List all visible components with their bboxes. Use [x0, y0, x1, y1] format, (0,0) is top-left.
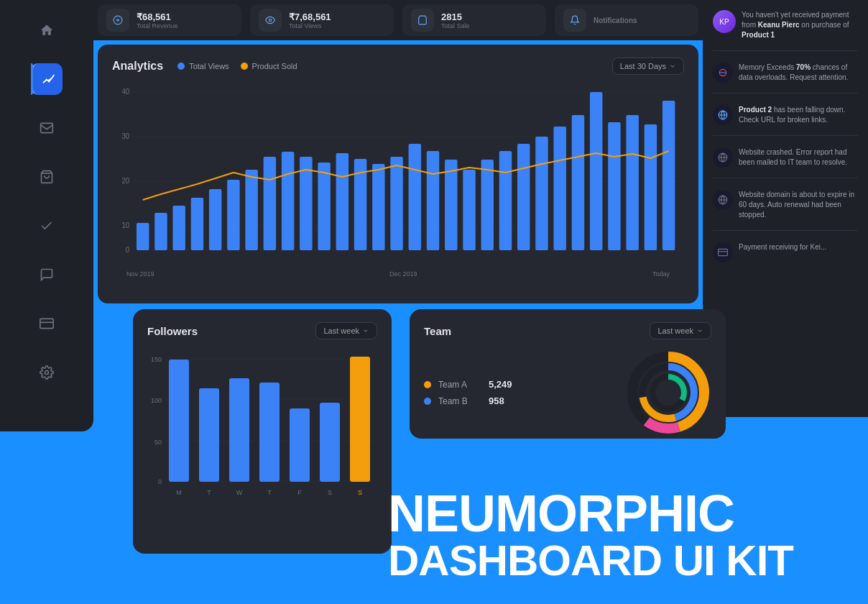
svg-text:30: 30: [121, 132, 129, 140]
svg-rect-33: [390, 157, 402, 250]
neumorphic-text-block: NEUMORPHIC DASHBOARD UI KIT: [388, 488, 868, 582]
svg-text:S: S: [328, 489, 332, 496]
svg-rect-30: [336, 153, 348, 250]
svg-rect-67: [229, 378, 249, 482]
stat-revenue-label: Total Revenue: [137, 22, 178, 29]
svg-rect-46: [626, 115, 638, 250]
notif-avatar-keanu: KP: [713, 10, 736, 33]
svg-text:100: 100: [151, 397, 162, 404]
sidebar-item-card[interactable]: [31, 308, 63, 339]
svg-rect-68: [259, 383, 280, 482]
team-a-dot: [424, 381, 431, 388]
stat-bell: Notifications: [555, 4, 698, 36]
svg-rect-40: [517, 144, 530, 250]
svg-rect-39: [499, 151, 512, 250]
svg-rect-37: [463, 170, 475, 250]
svg-rect-47: [645, 124, 657, 250]
legend-views: Total Views: [177, 62, 228, 70]
sidebar-item-chat[interactable]: [31, 259, 63, 290]
notif-website-crash-icon: [713, 147, 733, 168]
svg-rect-71: [350, 357, 370, 482]
neumorphic-line2: DASHBOARD UI KIT: [388, 539, 868, 582]
team-date-dropdown[interactable]: Last week: [650, 322, 711, 339]
stat-revenue-icon: [106, 9, 129, 32]
team-list: Team A 5,249 Team B 958: [424, 379, 512, 406]
chart-x-labels: Nov 2019 Dec 2019 Today: [112, 267, 684, 278]
notif-memory-text: Memory Exceeds 70% chances of data overl…: [739, 63, 858, 83]
team-b-value: 958: [489, 395, 504, 406]
svg-rect-27: [282, 152, 294, 250]
sidebar-item-settings[interactable]: [31, 357, 63, 388]
svg-rect-23: [209, 189, 221, 250]
followers-title: Followers: [147, 325, 198, 337]
analytics-legend: Total Views Product Sold: [177, 62, 297, 70]
stat-revenue: ₹68,561 Total Revenue: [98, 4, 241, 36]
svg-text:F: F: [297, 489, 302, 496]
svg-rect-42: [553, 127, 565, 250]
svg-text:S: S: [358, 489, 362, 496]
svg-rect-35: [427, 151, 439, 250]
stat-views-label: Total Views: [289, 22, 331, 29]
notif-domain-icon: [713, 190, 733, 210]
team-a-value: 5,249: [489, 379, 512, 390]
sidebar-item-home[interactable]: [31, 14, 63, 46]
stat-views-value: ₹7,68,561: [289, 12, 331, 22]
analytics-header: Analytics Total Views Product Sold Last …: [112, 58, 684, 75]
followers-date-dropdown[interactable]: Last week: [315, 322, 377, 339]
svg-text:0: 0: [126, 246, 130, 254]
svg-text:T: T: [207, 489, 211, 496]
legend-views-dot: [177, 63, 185, 70]
notifications-panel: KP You haven't yet received payment from…: [703, 0, 868, 417]
neumorphic-line1: NEUMORPHIC: [388, 488, 868, 539]
stat-revenue-value: ₹68,561: [137, 12, 178, 22]
svg-rect-66: [199, 388, 219, 482]
svg-rect-48: [662, 101, 675, 250]
team-item-b: Team B 958: [424, 395, 512, 406]
svg-rect-19: [137, 223, 149, 250]
sidebar-item-analytics[interactable]: [31, 63, 63, 95]
notif-payment: KP You haven't yet received payment from…: [713, 10, 858, 51]
sidebar: [0, 0, 93, 431]
sidebar-item-mail[interactable]: [31, 112, 63, 144]
notif-payment2: Payment receiving for Kei...: [713, 242, 858, 273]
analytics-title: Analytics: [112, 60, 163, 73]
team-title: Team: [424, 325, 451, 337]
svg-text:40: 40: [121, 88, 129, 96]
svg-rect-65: [169, 360, 189, 482]
svg-rect-24: [227, 180, 239, 250]
stat-bell-value: Notifications: [594, 17, 637, 24]
svg-text:0: 0: [158, 478, 162, 485]
notif-payment2-text: Payment receiving for Kei...: [739, 242, 826, 262]
svg-rect-41: [535, 137, 548, 250]
stat-bell-icon: [563, 9, 586, 32]
team-card: Team Last week Team A 5,249 Team B 958: [410, 309, 726, 439]
svg-text:W: W: [236, 489, 243, 496]
sidebar-item-check[interactable]: [31, 210, 63, 242]
notif-domain-text: Website domain is about to expire in 60 …: [739, 190, 858, 220]
followers-header: Followers Last week: [147, 322, 377, 339]
sidebar-item-shop[interactable]: [31, 161, 63, 193]
svg-text:20: 20: [121, 177, 129, 185]
svg-rect-36: [445, 160, 457, 250]
svg-rect-44: [590, 92, 602, 250]
analytics-date-dropdown[interactable]: Last 30 Days: [612, 58, 684, 75]
svg-point-8: [269, 19, 272, 22]
svg-rect-20: [154, 213, 167, 250]
followers-chart: 150 100 50 0 M T W T F S S: [147, 351, 377, 509]
svg-rect-69: [290, 408, 310, 482]
svg-text:150: 150: [151, 356, 162, 363]
svg-rect-38: [481, 160, 494, 250]
stats-row: ₹68,561 Total Revenue ₹7,68,561 Total Vi…: [93, 0, 703, 40]
analytics-chart: 40 30 20 10 0: [112, 85, 684, 265]
stat-views-icon: [259, 9, 282, 32]
svg-rect-45: [608, 122, 620, 250]
team-donut-chart: [625, 349, 711, 436]
notif-website-crash: Website crashed. Error report had been m…: [713, 147, 858, 178]
svg-rect-25: [245, 170, 257, 250]
svg-rect-70: [320, 403, 340, 482]
svg-text:10: 10: [121, 221, 129, 229]
svg-rect-26: [264, 157, 276, 250]
svg-point-4: [45, 371, 49, 375]
svg-rect-55: [719, 249, 728, 255]
notif-payment2-icon: [713, 242, 733, 262]
